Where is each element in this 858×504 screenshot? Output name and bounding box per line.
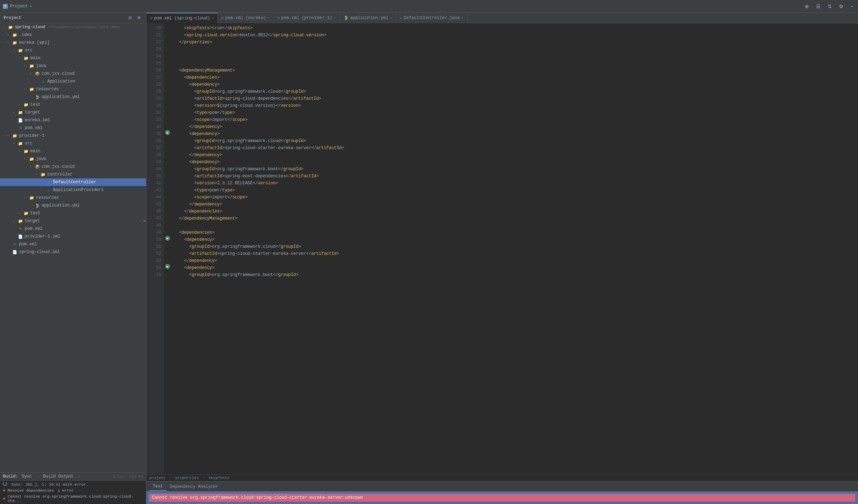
code-line-22: </properties>	[174, 39, 855, 46]
arrow-icon	[7, 41, 12, 45]
sync-time: 1 sec, 653 ms	[113, 474, 143, 479]
list-item[interactable]: 📁 controller	[0, 171, 146, 178]
list-item-selected[interactable]: ☕ DefaultController	[0, 178, 146, 186]
list-item[interactable]: 📄 spring-cloud.iml	[0, 248, 146, 256]
folder-icon: 📁	[23, 55, 29, 61]
list-item[interactable]: 📁 src	[0, 47, 146, 54]
list-item[interactable]: m pom.xml	[0, 240, 146, 248]
tab-label: pom.xml (eureka)	[225, 16, 266, 20]
code-line-37: <artifactId>spring-cloud-starter-eureka-…	[174, 145, 855, 152]
list-item[interactable]: 📁 java	[0, 62, 146, 70]
tab-text[interactable]: Text	[149, 483, 167, 491]
code-line-49: <dependencies>	[174, 229, 855, 236]
list-item[interactable]: 📦 com.jxs.could	[0, 163, 146, 171]
item-label: main	[30, 56, 41, 61]
tab-close-icon[interactable]: ✕	[268, 16, 270, 20]
list-item[interactable]: 📁 eureka [api]	[0, 39, 146, 47]
code-line-47: </dependencyManagement>	[174, 215, 855, 222]
list-item[interactable]: 📁 java	[0, 155, 146, 163]
tab-pom-eureka[interactable]: m pom.xml (eureka) ✕	[218, 13, 274, 23]
minimize-icon[interactable]: −	[849, 3, 855, 10]
tab-application-yml[interactable]: 🍃 application.yml ✕	[340, 13, 396, 23]
run-gutter-icon[interactable]: ▶	[165, 264, 170, 269]
gear-icon[interactable]: ⚙	[135, 15, 143, 21]
list-item[interactable]: 📄 provider-1.iml	[0, 233, 146, 240]
list-item[interactable]: 📁 main	[0, 147, 146, 155]
folder-java-icon: 📁	[29, 63, 35, 69]
folder-icon: 📁	[23, 210, 29, 216]
cannot-resolve-error[interactable]: ● Cannot resolve org.springframework.clo…	[0, 494, 146, 504]
tab-close-icon[interactable]: ✕	[461, 16, 464, 20]
list-item[interactable]: 📁 resources	[0, 194, 146, 202]
list-item[interactable]: 📁 test	[0, 101, 146, 109]
list-item[interactable]: 📁 target	[0, 109, 146, 116]
split-icon[interactable]: ⇅	[826, 3, 834, 10]
globe-icon[interactable]: ⊕	[803, 3, 811, 10]
list-item[interactable]: 📁 resources	[0, 85, 146, 93]
tab-close-icon[interactable]: ✕	[334, 16, 336, 20]
tab-close-icon[interactable]: ✕	[212, 16, 214, 20]
list-icon[interactable]: ☰	[814, 3, 822, 10]
code-editor[interactable]: 2021222324 2526272829 3031323334 3536373…	[146, 23, 858, 474]
java-tab-icon: ☕	[400, 16, 402, 20]
breadcrumb-project[interactable]: project	[149, 476, 165, 480]
list-item[interactable]: 🍃 application.yml	[0, 93, 146, 101]
status-error-message: Cannot resolve org.springframework.cloud…	[149, 494, 855, 502]
tab-pom-spring-cloud[interactable]: m pom.xml (spring-cloud) ✕	[146, 13, 218, 23]
sync-tab[interactable]: Sync	[20, 474, 33, 479]
build-output-tab[interactable]: Build Output	[42, 474, 75, 479]
resolve-dependencies-error[interactable]: ● Resolve dependencies 1 error	[0, 487, 146, 494]
list-item[interactable]: 📁 target	[0, 217, 146, 225]
title-bar-left: P Project ▾	[3, 4, 32, 9]
item-label: DefaultController	[53, 180, 96, 185]
code-line-43: <type>pom</type>	[174, 187, 855, 194]
list-item[interactable]: 📁 .idea	[0, 31, 146, 39]
project-dropdown-icon[interactable]: ▾	[30, 4, 32, 8]
tab-default-controller[interactable]: ☕ DefaultController.java ✕	[396, 13, 467, 23]
build-output-tab-close[interactable]: ✕	[78, 474, 80, 479]
sync-tab-close[interactable]: ✕	[36, 474, 38, 479]
breadcrumb-properties[interactable]: properties	[175, 476, 199, 480]
item-label: provider-1.iml	[25, 234, 60, 239]
arrow-icon	[24, 64, 29, 68]
run-gutter-icon[interactable]: ▶	[165, 236, 170, 241]
collapse-icon[interactable]: ⊟	[127, 15, 133, 21]
list-item[interactable]: m pom.xml	[0, 225, 146, 233]
item-label: pom.xml	[25, 125, 42, 130]
list-item[interactable]: ☕ ApplicationProvider1	[0, 186, 146, 194]
error-icon: ●	[3, 496, 5, 501]
tab-dependency-analyzer[interactable]: Dependency Analyzer	[167, 483, 222, 491]
tab-close-icon[interactable]: ✕	[390, 16, 392, 20]
item-label: pom.xml	[19, 242, 37, 247]
item-label: application.yml	[42, 94, 80, 99]
project-folder-icon: 📁	[8, 24, 13, 30]
folder-icon: 📁	[23, 102, 29, 107]
folder-res-icon: 📁	[29, 195, 35, 201]
list-item[interactable]: 🍃 application.yml	[0, 202, 146, 209]
arrow-icon	[24, 157, 29, 161]
root-subtitle: ~/Documents/workspace/idea-demo	[47, 25, 120, 29]
item-label: provider-1	[19, 133, 44, 138]
list-item[interactable]: 📁 test	[0, 209, 146, 217]
xml-file-icon: m	[18, 125, 23, 131]
project-icon: P	[3, 4, 8, 9]
folder-icon: 📁	[12, 133, 18, 139]
run-gutter-icon[interactable]: ▶	[165, 130, 170, 135]
settings-icon[interactable]: ⚙	[837, 3, 845, 10]
code-line-36: <groupId>org.springframework.cloud</grou…	[174, 137, 855, 145]
folder-src-icon: 📁	[18, 141, 23, 146]
breadcrumb-skipTests[interactable]: skipTests	[209, 476, 229, 480]
list-item[interactable]: 📦 com.jxs.cloud	[0, 70, 146, 78]
status-bar: Cannot resolve org.springframework.cloud…	[146, 491, 858, 504]
tree-root-node[interactable]: 📁 spring-cloud ~/Documents/workspace/ide…	[0, 23, 146, 31]
tab-pom-provider1[interactable]: m pom.xml (provider-1) ✕	[274, 13, 340, 23]
list-item[interactable]: ☕ Application	[0, 78, 146, 85]
list-item[interactable]: 📁 provider-1	[0, 132, 146, 140]
list-item[interactable]: 📁 src	[0, 140, 146, 147]
list-item[interactable]: m pom.xml	[0, 124, 146, 132]
tab-label: pom.xml (spring-cloud)	[154, 16, 210, 21]
list-item[interactable]: 📄 eureka.iml	[0, 116, 146, 124]
java-class-icon: ☕	[46, 179, 52, 185]
list-item[interactable]: 📁 main	[0, 54, 146, 62]
breadcrumb-sep: ›	[169, 476, 172, 480]
